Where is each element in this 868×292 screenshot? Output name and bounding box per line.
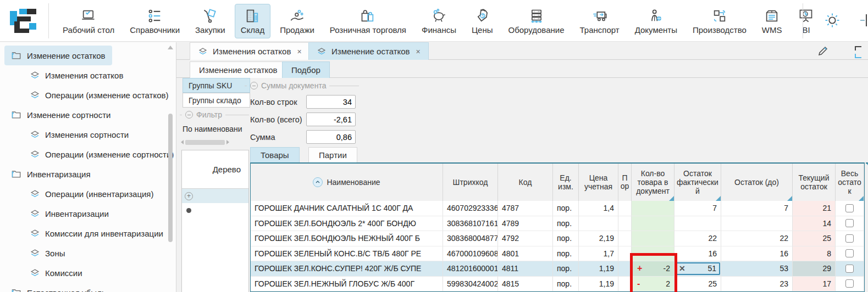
toolbar-item-equipment[interactable]: Оборудование xyxy=(502,4,571,38)
edit-pencil-icon[interactable] xyxy=(816,44,830,60)
cell-editor[interactable]: ✕ 51 xyxy=(675,262,720,275)
scrollbar-thumb[interactable] xyxy=(168,114,173,242)
column-header-current[interactable]: Текущий остаток xyxy=(793,164,836,201)
cell-code[interactable]: 4801 xyxy=(498,246,553,262)
collapse-icon[interactable] xyxy=(250,82,258,89)
all-stock-checkbox[interactable] xyxy=(845,265,854,273)
column-header-barcode[interactable]: Штрихкод xyxy=(443,164,498,201)
cell-qty[interactable]: -2 xyxy=(632,277,675,292)
toolbar-item-prices[interactable]: Цены xyxy=(466,4,499,38)
tree-node-row[interactable] xyxy=(182,203,248,217)
column-header-unit[interactable]: Ед. изм. xyxy=(553,164,579,201)
sidebar-item-komissii[interactable]: Комиссии xyxy=(23,263,89,283)
cell-unit[interactable]: пор. xyxy=(553,231,579,246)
tab-izmenenie-ostatkov[interactable]: Изменение остатков xyxy=(190,61,287,78)
cell-barcode[interactable]: 4812016000013 xyxy=(443,261,498,277)
sidebar-item-izmeneniya-ostatkov[interactable]: Изменения остатков xyxy=(23,65,130,85)
cell-name[interactable]: ГОРОШЕК ЗЕЛ.БОНДЮЭЛЬ 2* 400Г БОНДЮ xyxy=(251,216,443,232)
cell-p[interactable] xyxy=(618,261,632,277)
all-stock-checkbox[interactable] xyxy=(845,279,854,288)
cell-p[interactable] xyxy=(618,246,632,262)
cell-price[interactable]: 1,19 xyxy=(579,277,618,292)
column-header-name[interactable]: Наименование xyxy=(251,164,443,201)
toolbar-item-documents[interactable]: Документы xyxy=(629,4,683,38)
sidebar-item-izmenenie-sortnosti[interactable]: Изменение сортности xyxy=(4,105,117,125)
cell-price[interactable]: 1,19 xyxy=(579,261,618,277)
cell-code[interactable]: 4789 xyxy=(498,216,553,232)
sidebar-item-komissii-dlya-inventarizacii[interactable]: Комиссии для инвентаризации xyxy=(23,223,170,243)
toolbar-item-production[interactable]: Производство xyxy=(687,4,753,38)
sidebar-item-inventarizacii[interactable]: Инвентаризации xyxy=(23,204,115,223)
cell-name[interactable]: ГОРОШЕК ЗЕЛ.НЕЖНЫЙ ГЛОБУС Ж/Б 400Г xyxy=(251,277,443,292)
column-header-before[interactable]: Остаток (до) xyxy=(721,164,793,201)
sidebar-item-operacii-izmenenie-sortnosti[interactable]: Операции (изменение сортности) xyxy=(23,144,180,164)
cell-unit[interactable]: пор. xyxy=(553,216,579,232)
column-header-qty[interactable]: Кол-во товара в документ xyxy=(632,164,675,201)
cell-fact[interactable]: 7 xyxy=(675,201,721,216)
theme-toggle-button[interactable] xyxy=(824,12,841,31)
sort-ascending-icon[interactable] xyxy=(313,177,323,187)
cell-qty[interactable] xyxy=(632,231,675,246)
cell-qty[interactable]: +-2 xyxy=(632,261,675,277)
tree-node-expand-row[interactable]: + xyxy=(182,189,248,203)
all-stock-checkbox[interactable] xyxy=(845,204,854,212)
cell-p[interactable] xyxy=(618,231,632,246)
close-tab-icon[interactable]: × xyxy=(416,47,421,56)
sidebar-item-operacii-inventarizaciya[interactable]: Операции (инвентаризация) xyxy=(23,184,161,204)
cell-name[interactable]: ГОРОШЕК ЗЕЛ.БОНДЮЭЛЬ НЕЖНЫЙ 400Г Б xyxy=(251,231,443,246)
cell-barcode[interactable]: 3083680048774 xyxy=(443,231,498,246)
sidebar-item-operacii-izmenenie-ostatkov[interactable]: Операции (изменение остатков) xyxy=(23,85,175,105)
scroll-right-arrow-icon[interactable] xyxy=(226,140,229,144)
sidebar-item-zony[interactable]: Зоны xyxy=(23,243,71,263)
cell-price[interactable]: 1,4 xyxy=(579,201,618,216)
cell-price[interactable]: 2,19 xyxy=(579,231,618,246)
cell-barcode[interactable]: 4670001096089 xyxy=(443,246,498,262)
cell-current[interactable]: 29 xyxy=(793,261,836,277)
toolbar-item-finance[interactable]: Финансы xyxy=(416,4,462,38)
cell-before[interactable] xyxy=(721,216,793,232)
toolbar-item-warehouse[interactable]: Склад xyxy=(235,4,270,38)
cell-unit[interactable]: пор. xyxy=(553,261,579,277)
tree-panel-header[interactable]: Дерево xyxy=(182,150,248,189)
tab-sku-groups[interactable]: Группы SKU xyxy=(183,78,250,93)
cell-price[interactable]: 1,7 xyxy=(579,246,618,262)
expand-view-icon[interactable] xyxy=(855,46,864,58)
cell-code[interactable]: 4811 xyxy=(498,261,553,277)
cell-current[interactable]: 8 xyxy=(793,246,836,262)
toolbar-item-retail[interactable]: Розничная торговля xyxy=(324,4,412,38)
cell-before[interactable]: 16 xyxy=(721,246,793,262)
cell-before[interactable]: 22 xyxy=(721,231,793,246)
sidebar-item-izmeneniya-sortnosti[interactable]: Изменения сортности xyxy=(23,125,135,144)
toolbar-item-wms[interactable]: WMS xyxy=(756,4,788,38)
scroll-left-arrow-icon[interactable] xyxy=(181,140,184,144)
tab-tovary[interactable]: Товары xyxy=(250,147,300,162)
cell-before[interactable]: 23 xyxy=(721,277,793,292)
doc-tab-izmenenie-ostatkov[interactable]: Изменение остатков × xyxy=(308,42,429,60)
all-stock-checkbox[interactable] xyxy=(845,219,854,227)
cell-barcode[interactable]: 4607029233363 xyxy=(443,201,498,216)
pin-panel-icon[interactable] xyxy=(860,13,868,27)
all-stock-checkbox[interactable] xyxy=(845,249,854,257)
cell-current[interactable]: 14 xyxy=(793,216,836,232)
cell-price[interactable] xyxy=(579,216,618,232)
column-header-price[interactable]: Цена учетная xyxy=(579,164,618,201)
column-header-code[interactable]: Код xyxy=(498,164,553,201)
sidebar-item-estestvennaya-ubyl[interactable]: Естественная убыль xyxy=(4,283,113,292)
filter-horizontal-scrollbar[interactable] xyxy=(181,139,248,145)
doc-tab-izmeneniya-ostatkov[interactable]: Изменения остатков × xyxy=(190,42,310,60)
sum-input[interactable] xyxy=(306,130,356,144)
cell-before[interactable]: 7 xyxy=(721,201,793,216)
cell-current[interactable]: 21 xyxy=(793,201,836,216)
cell-fact[interactable]: 25 xyxy=(675,277,721,292)
toolbar-item-desktop[interactable]: Рабочий стол xyxy=(57,4,120,38)
cell-p[interactable] xyxy=(618,216,632,232)
scrollbar-thumb[interactable] xyxy=(185,140,225,145)
collapse-icon[interactable] xyxy=(185,111,193,119)
cell-unit[interactable]: пор. xyxy=(553,246,579,262)
cell-code[interactable]: 4792 xyxy=(498,231,553,246)
tab-partii[interactable]: Партии xyxy=(308,147,357,162)
toolbar-item-transport[interactable]: Транспорт xyxy=(574,4,626,38)
cell-name[interactable]: ГОРОШЕК ДАЧНИК САЛАТНЫЙ 1С 400Г ДА xyxy=(251,201,443,216)
cell-name[interactable]: ГОРОШЕК ЗЕЛЕНЫЙ КОНС.В/С ТВ/Б 480Г РЕ xyxy=(251,246,443,262)
tab-podbor[interactable]: Подбор xyxy=(282,61,330,78)
